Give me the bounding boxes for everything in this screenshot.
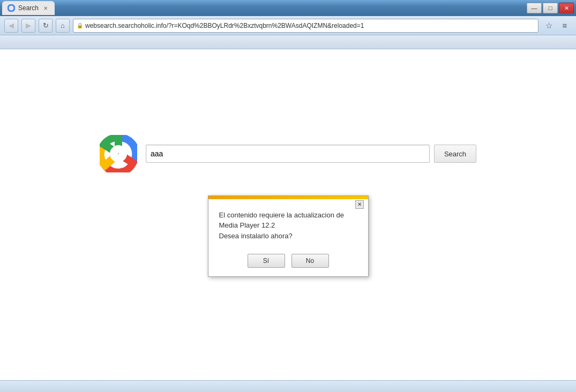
browser-window: Search ✕ — □ ✕ ◀ ▶ ↻ ⌂ 🔒 ☆ ≡ bbox=[0, 0, 576, 392]
address-input[interactable] bbox=[85, 22, 535, 29]
maximize-button[interactable]: □ bbox=[543, 3, 558, 13]
dialog-buttons: Sí No bbox=[208, 250, 368, 276]
title-bar: Search ✕ — □ ✕ bbox=[0, 0, 576, 16]
address-icon: 🔒 bbox=[77, 22, 83, 28]
dialog-yes-button[interactable]: Sí bbox=[248, 254, 285, 268]
window-controls: — □ ✕ bbox=[527, 3, 574, 13]
nav-right-buttons: ☆ ≡ bbox=[542, 19, 572, 33]
back-button[interactable]: ◀ bbox=[4, 19, 18, 33]
home-button[interactable]: ⌂ bbox=[56, 19, 70, 33]
dialog-message-line2: Media Player 12.2 bbox=[219, 221, 275, 229]
dialog-overlay: ✕ El contenido requiere la actualizacion… bbox=[0, 49, 576, 380]
menu-button[interactable]: ≡ bbox=[558, 19, 572, 33]
dialog-message-line1: El contenido requiere la actualizacion d… bbox=[219, 211, 344, 219]
browser-tab[interactable]: Search ✕ bbox=[2, 1, 55, 15]
status-bar bbox=[0, 380, 576, 392]
star-button[interactable]: ☆ bbox=[542, 19, 556, 33]
tab-close-button[interactable]: ✕ bbox=[42, 4, 49, 12]
svg-point-0 bbox=[8, 5, 14, 11]
tab-title: Search bbox=[18, 4, 39, 12]
close-button[interactable]: ✕ bbox=[559, 3, 574, 13]
dialog: ✕ El contenido requiere la actualizacion… bbox=[208, 195, 369, 277]
dialog-message-line3: Desea instalarlo ahora? bbox=[219, 232, 293, 240]
address-bar-container: 🔒 bbox=[73, 19, 538, 33]
reload-button[interactable]: ↻ bbox=[39, 19, 53, 33]
forward-button[interactable]: ▶ bbox=[21, 19, 35, 33]
dialog-body: El contenido requiere la actualizacion d… bbox=[208, 199, 368, 250]
minimize-button[interactable]: — bbox=[527, 3, 542, 13]
title-bar-left: Search ✕ bbox=[2, 1, 55, 15]
tab-favicon bbox=[8, 4, 15, 12]
nav-bar: ◀ ▶ ↻ ⌂ 🔒 ☆ ≡ bbox=[0, 16, 576, 35]
dialog-close-button[interactable]: ✕ bbox=[355, 200, 364, 209]
main-content: Search ✕ El contenido requiere la actual… bbox=[0, 49, 576, 380]
toolbar-area bbox=[0, 35, 576, 49]
dialog-no-button[interactable]: No bbox=[291, 254, 329, 268]
